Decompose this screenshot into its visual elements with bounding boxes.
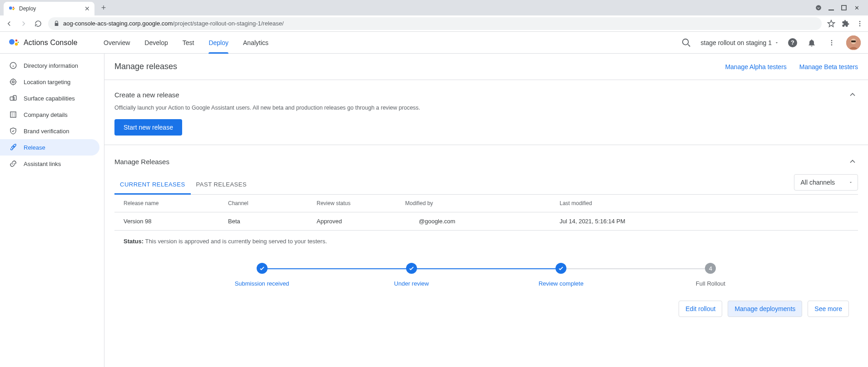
sidebar-item-brand[interactable]: Brand verification	[0, 123, 99, 139]
releases-table: Release name Channel Review status Modif…	[114, 195, 858, 231]
sidebar-item-links[interactable]: Assistant links	[0, 156, 99, 172]
svg-rect-20	[851, 40, 856, 42]
step-submission: Submission received	[187, 263, 337, 287]
step-full-rollout: 4 Full Rollout	[636, 263, 785, 287]
chevron-down-icon	[774, 40, 779, 45]
release-detail: Status: This version is approved and is …	[114, 231, 858, 322]
svg-point-8	[859, 23, 861, 24]
svg-point-10	[9, 39, 15, 45]
sidebar-item-location[interactable]: Location targeting	[0, 74, 99, 90]
svg-point-9	[859, 25, 861, 26]
svg-point-17	[831, 44, 833, 45]
brand: Actions Console	[8, 37, 104, 48]
col-name: Release name	[124, 200, 228, 206]
review-stepper: Submission received Under review Review …	[124, 245, 849, 287]
svg-point-27	[13, 146, 14, 147]
col-review: Review status	[317, 200, 405, 206]
browser-tab[interactable]: Deploy ✕	[4, 2, 94, 15]
assistant-favicon	[8, 5, 15, 12]
create-title: Create a new release	[114, 91, 179, 99]
close-tab-icon[interactable]: ✕	[84, 5, 90, 12]
cell-modified-by: @google.com	[405, 218, 560, 225]
check-icon	[257, 263, 268, 274]
svg-point-3	[14, 8, 15, 9]
see-more-button[interactable]: See more	[808, 301, 849, 317]
sidebar-label: Directory information	[24, 62, 78, 69]
svg-rect-25	[13, 96, 16, 101]
chrome-menu-icon[interactable]	[856, 20, 863, 27]
sidebar-label: Brand verification	[24, 128, 69, 135]
svg-point-1	[13, 7, 14, 8]
account-indicator-icon[interactable]	[815, 5, 822, 11]
rocket-icon	[9, 143, 17, 151]
action-row: Edit rollout Manage deployments See more	[124, 287, 849, 322]
search-icon[interactable]	[681, 37, 692, 48]
minimize-icon[interactable]	[828, 5, 834, 11]
table-row[interactable]: Version 98 Beta Approved @google.com Jul…	[114, 212, 858, 231]
back-button[interactable]	[5, 19, 14, 28]
svg-point-0	[9, 6, 12, 10]
channel-filter[interactable]: All channels	[794, 174, 858, 191]
tab-overview[interactable]: Overview	[104, 32, 130, 54]
col-channel: Channel	[228, 200, 317, 206]
manage-beta-link[interactable]: Manage Beta testers	[799, 63, 858, 70]
svg-point-22	[12, 81, 15, 83]
nav-tabs: Overview Develop Test Deploy Analytics	[104, 32, 268, 54]
link-icon	[9, 160, 17, 168]
info-icon	[9, 61, 17, 70]
content: Manage releases Manage Alpha testers Man…	[104, 54, 868, 367]
sidebar-item-company[interactable]: Company details	[0, 106, 99, 123]
surface-icon	[9, 94, 17, 102]
extensions-icon[interactable]	[842, 20, 850, 28]
collapse-icon[interactable]	[847, 89, 858, 100]
sidebar-item-directory[interactable]: Directory information	[0, 57, 99, 74]
svg-point-15	[831, 40, 833, 41]
reload-button[interactable]	[34, 19, 43, 28]
step-under-review: Under review	[337, 263, 486, 287]
cell-review: Approved	[317, 218, 405, 225]
manage-alpha-link[interactable]: Manage Alpha testers	[725, 63, 786, 70]
col-last-modified: Last modified	[560, 200, 849, 206]
svg-point-11	[15, 39, 18, 41]
create-desc: Officially launch your Action to Google …	[114, 105, 858, 111]
tab-title: Deploy	[19, 5, 36, 12]
project-selector[interactable]: stage rollout on staging 1	[701, 39, 779, 46]
tab-test[interactable]: Test	[183, 32, 194, 54]
tab-deploy[interactable]: Deploy	[208, 32, 228, 54]
manage-title: Manage Releases	[114, 158, 169, 166]
location-icon	[9, 78, 17, 86]
close-window-icon[interactable]: ✕	[853, 5, 860, 11]
edit-rollout-button[interactable]: Edit rollout	[679, 301, 722, 317]
svg-rect-5	[828, 10, 834, 10]
sidebar-item-release[interactable]: Release	[0, 139, 99, 156]
brand-name: Actions Console	[24, 39, 78, 47]
maximize-icon[interactable]	[841, 5, 847, 11]
chevron-down-icon	[848, 180, 853, 185]
tab-analytics[interactable]: Analytics	[243, 32, 268, 54]
new-tab-button[interactable]: +	[97, 1, 110, 14]
star-icon[interactable]	[827, 20, 835, 28]
table-header: Release name Channel Review status Modif…	[114, 195, 858, 212]
subtab-current[interactable]: CURRENT RELEASES	[114, 175, 191, 194]
subtab-past[interactable]: PAST RELEASES	[191, 175, 253, 194]
start-release-button[interactable]: Start new release	[114, 119, 182, 136]
manage-deployments-button[interactable]: Manage deployments	[728, 301, 802, 317]
collapse-icon[interactable]	[847, 156, 858, 167]
create-release-section: Create a new release Officially launch y…	[104, 80, 868, 145]
sidebar-item-surface[interactable]: Surface capabilities	[0, 90, 99, 106]
cell-last-modified: Jul 14, 2021, 5:16:14 PM	[560, 218, 849, 225]
app-header: Actions Console Overview Develop Test De…	[0, 32, 868, 54]
address-bar[interactable]: aog-console-acs-staging.corp.google.com/…	[48, 17, 822, 30]
help-icon[interactable]: ?	[788, 38, 797, 47]
url-text: aog-console-acs-staging.corp.google.com/…	[63, 20, 284, 27]
user-avatar[interactable]	[846, 35, 861, 50]
page-header: Manage releases Manage Alpha testers Man…	[104, 54, 868, 80]
more-menu-icon[interactable]	[826, 37, 837, 48]
shield-icon	[9, 127, 17, 135]
forward-button[interactable]	[19, 19, 28, 28]
svg-point-12	[15, 42, 18, 45]
notifications-icon[interactable]	[806, 37, 817, 48]
step-review-complete: Review complete	[486, 263, 636, 287]
tab-develop[interactable]: Develop	[144, 32, 168, 54]
cell-name: Version 98	[124, 218, 228, 225]
